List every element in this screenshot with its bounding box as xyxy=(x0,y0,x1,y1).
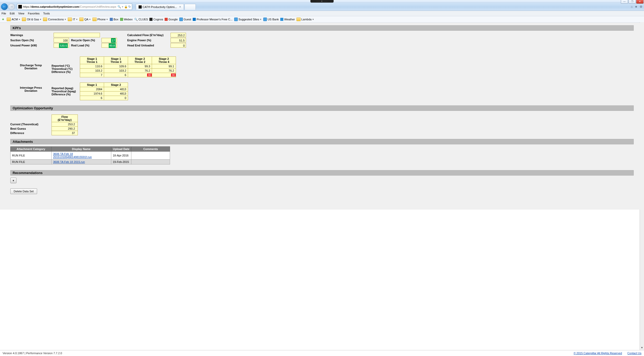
site-favicon-icon xyxy=(18,5,22,9)
add-favorite-icon[interactable]: ✦ xyxy=(2,17,5,21)
bookmark-guest[interactable]: Guest xyxy=(179,18,191,21)
kpi-warnings-value xyxy=(54,33,100,37)
kpi-rod-load-label: Rod Load (%) xyxy=(71,43,99,47)
tab-favicon-icon xyxy=(139,5,142,9)
opt-label-difference: Difference xyxy=(10,131,52,135)
kpi-engine-power-label: Engine Power (%) xyxy=(127,38,168,42)
kpi-recycle-open-value: 17 xyxy=(101,38,117,43)
bookmark-oil-gas[interactable]: Oil & Gas▼ xyxy=(22,18,41,21)
bookmark-phone[interactable]: Phone▼ xyxy=(92,18,108,21)
bookmark-lambda[interactable]: Lambda▼ xyxy=(296,18,314,21)
bookmark-webex[interactable]: Webex xyxy=(120,18,133,21)
kpi-unused-power-label: Unused Power (kW) xyxy=(10,43,52,47)
att-col-displayname: Display Name xyxy=(51,147,111,152)
bookmark-suggested-sites[interactable]: Suggested Sites▼ xyxy=(234,18,262,21)
url-input[interactable]: https://demo.catproductivityoptimizer.co… xyxy=(17,4,132,10)
interstage-row-theoretical: Theoretical (kpag) xyxy=(52,90,80,93)
menu-favorites[interactable]: Favorites xyxy=(28,12,39,15)
kpi-suction-open-value: 100 xyxy=(54,38,69,43)
kpi-recycle-open-label: Recycle Open (%) xyxy=(71,38,99,42)
interstage-row-difference: Difference (%) xyxy=(52,93,80,96)
section-optimization-header: Optimization Opportunity xyxy=(10,105,634,111)
discharge-table: Stage 1Throw 1 Stage 1Throw 3 Stage 2Thr… xyxy=(80,56,176,77)
nav-back-button[interactable]: ← xyxy=(1,3,8,10)
opt-label-current: Current (Theoretical) xyxy=(10,122,52,127)
interstage-table: Stage 1 Stage 2 20844813 1974.64813 60 xyxy=(80,82,128,100)
bookmark-google[interactable]: Google xyxy=(165,18,177,21)
window-minimize-button[interactable]: — xyxy=(621,0,628,4)
bookmark-connections[interactable]: Connections▼ xyxy=(43,18,66,21)
kpi-calc-flow-label: Calculated Flow (E³m³/day) xyxy=(127,33,168,37)
ssl-lock-icon: 🔒 xyxy=(124,5,128,9)
kpi-calc-flow-value: 253.2 xyxy=(171,33,186,37)
tools-icon[interactable]: ⚙ xyxy=(640,5,642,9)
bookmark-it[interactable]: IT▼ xyxy=(68,18,78,21)
att-col-comments: Comments xyxy=(131,147,170,152)
bookmark-weather[interactable]: Weather xyxy=(280,18,295,21)
window-close-button[interactable]: ✕ xyxy=(636,0,643,4)
nav-forward-button[interactable]: → xyxy=(8,3,15,10)
menu-view[interactable]: View xyxy=(18,12,24,15)
window-titlebar: :::::: ◆ :::::: — ❐ ✕ xyxy=(0,0,644,3)
delete-data-set-button[interactable]: Delete Data Set xyxy=(10,188,37,194)
recommendations-expand-button[interactable]: ▼ xyxy=(10,178,16,183)
interstage-row-reported: Reported (kpag) xyxy=(52,87,80,90)
tab-close-button[interactable]: ✕ xyxy=(179,5,181,8)
kpi-suction-open-label: Suction Open (%) xyxy=(10,38,52,42)
menu-edit[interactable]: Edit xyxy=(10,12,15,15)
menu-tools[interactable]: Tools xyxy=(43,12,50,15)
bookmark-professor-messer[interactable]: Professor Messer's Free C... xyxy=(193,18,233,21)
kpi-rod-load-value: 49.8 xyxy=(101,43,117,48)
interstage-title: Interstage Press Deviation xyxy=(10,82,52,92)
section-recommendations-header: Recommendations xyxy=(10,170,634,176)
browser-tab[interactable]: CAT® Productivity Optimi... ✕ xyxy=(136,4,184,10)
browser-chrome: :::::: ◆ :::::: — ❐ ✕ ← → https://demo.c… xyxy=(0,0,644,23)
attachment-link[interactable]: 3606 TA Feb 18 2015.run xyxy=(53,160,85,163)
tab-title: CAT® Productivity Optimi... xyxy=(143,5,177,9)
kpi-warnings-label: Warnings xyxy=(10,33,52,37)
bookmark-clues[interactable]: 🔍CLUES xyxy=(134,18,148,21)
attachment-row: RUN FILE 3606 TA Feb 18 2015.run 19-Feb-… xyxy=(11,160,170,164)
attachments-table: Attachment Category Display Name Upload … xyxy=(10,146,170,164)
discharge-row-reported: Reported (°C) xyxy=(52,64,80,67)
opt-label-bestguess: Best Guess xyxy=(10,127,52,131)
attachment-row: RUN FILE 3606 TA Feb 18 2015131054901498… xyxy=(11,152,170,160)
menu-file[interactable]: File xyxy=(2,12,6,15)
bookmarks-bar: ✦ ACM▼ Oil & Gas▼ Connections▼ IT▼ QA▼ P… xyxy=(0,16,644,23)
bookmark-qa[interactable]: QA▼ xyxy=(79,18,91,21)
bookmark-us-bank[interactable]: US Bank xyxy=(263,18,279,21)
kpi-head-end-value: 0 xyxy=(171,43,186,48)
kpi-engine-power-value: 51.5 xyxy=(171,38,186,43)
discharge-row-theoretical: Theoretical (°C) xyxy=(52,67,80,70)
home-icon[interactable]: ⌂ xyxy=(631,5,633,9)
att-col-uploaddate: Upload Date xyxy=(111,147,131,152)
window-maximize-button[interactable]: ❐ xyxy=(629,0,636,4)
bookmark-box[interactable]: Box xyxy=(110,18,118,21)
touch-keyboard-indicator: :::::: ◆ :::::: xyxy=(310,0,334,3)
kpi-unused-power-value: 530.5 xyxy=(54,43,69,48)
reload-button[interactable]: ↻ xyxy=(128,5,131,9)
discharge-temp-title: Discharge Temp Deviation xyxy=(10,56,52,70)
page-content: KPI's Warnings Suction Open (%) 100 Recy… xyxy=(0,23,644,210)
attachment-link[interactable]: 3606 TA Feb 18 201513105490149815591f.ru… xyxy=(53,152,92,159)
kpi-head-end-label: Head End Unloaded xyxy=(127,43,168,47)
discharge-row-difference: Difference (%) xyxy=(52,70,80,73)
att-col-category: Attachment Category xyxy=(11,147,52,152)
address-bar: ← → https://demo.catproductivityoptimize… xyxy=(0,3,644,11)
optimization-table: Flow(E³m³/day) 253.2 290.2 37 xyxy=(52,114,78,135)
favorites-icon[interactable]: ★ xyxy=(635,5,638,9)
search-icon[interactable]: 🔍 xyxy=(117,5,121,9)
ie-menubar: File Edit View Favorites Tools xyxy=(0,11,644,16)
section-kpis-header: KPI's xyxy=(10,25,634,31)
new-tab-button[interactable] xyxy=(184,4,196,10)
bookmark-cognos[interactable]: Cognos xyxy=(149,18,163,21)
bookmark-acm[interactable]: ACM▼ xyxy=(7,18,20,21)
url-text: https://demo.catproductivityoptimizer.co… xyxy=(23,5,116,8)
section-attachments-header: Attachments xyxy=(10,139,634,144)
